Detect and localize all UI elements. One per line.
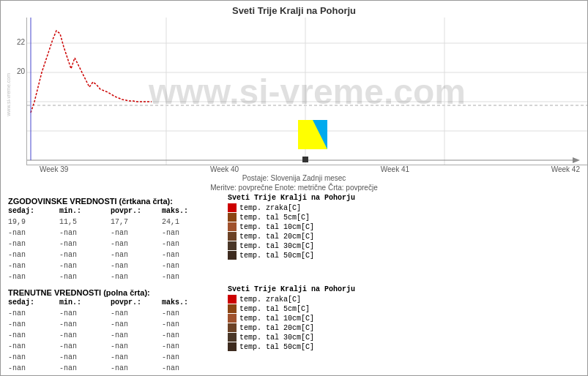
hist-r1c1: -nan (59, 228, 111, 238)
chart-area: www.si-vreme.com 22 20 www.si-vreme.com (1, 18, 587, 165)
hist-r5c2: -nan (111, 271, 162, 282)
legend-row: temp. zraka[C] (228, 203, 580, 212)
hist-r3c2: -nan (111, 249, 162, 260)
curr-r0c1: -nan (59, 308, 111, 319)
site-label: www.si-vreme.com (6, 73, 11, 116)
info-line1: Postaje: Slovenija Zadnji mesec (1, 173, 587, 183)
x-axis-labels: Week 39 Week 40 Week 41 Week 42 (1, 165, 587, 173)
current-table: sedaj: min.: povpr.: maks.: -nan -nan -n… (8, 297, 228, 374)
legend-color-box (228, 314, 237, 323)
legend-row: temp. tal 5cm[C] (228, 213, 580, 222)
svg-rect-10 (302, 157, 308, 162)
info-line2: Meritve: povprečne Enote: metrične Črta:… (1, 183, 587, 192)
legend-color-box (228, 295, 237, 304)
curr-legend-section: temp. zraka[C]temp. tal 5cm[C]temp. tal … (228, 295, 580, 351)
hist-header-0: sedaj: (8, 206, 59, 217)
curr-r5c2: -nan (111, 363, 162, 374)
curr-r5c0: -nan (8, 363, 59, 374)
legend-color-box (228, 232, 237, 241)
hist-r3c0: -nan (8, 249, 59, 260)
current-section: TRENUTNE VREDNOSTI (polna črta): sedaj: … (1, 284, 587, 375)
y-tick-20: 20 (17, 67, 25, 75)
historical-left: ZGODOVINSKE VREDNOSTI (črtkana črta): se… (8, 194, 228, 282)
curr-r1c2: -nan (111, 319, 162, 330)
legend-color-box (228, 222, 237, 231)
legend-color-box (228, 213, 237, 222)
curr-r4c0: -nan (8, 352, 59, 363)
hist-header-1: min.: (59, 206, 111, 217)
curr-r4c2: -nan (111, 352, 162, 363)
legend-label: temp. zraka[C] (239, 204, 301, 212)
curr-r1c1: -nan (59, 319, 111, 330)
hist-r1c0: -nan (8, 228, 59, 238)
legend-row: temp. tal 10cm[C] (228, 222, 580, 231)
hist-r3c3: -nan (162, 249, 213, 260)
current-title: TRENUTNE VREDNOSTI (polna črta): (8, 288, 228, 297)
legend-row: temp. tal 30cm[C] (228, 241, 580, 250)
legend-label: temp. tal 20cm[C] (239, 233, 314, 241)
legend-row: temp. zraka[C] (228, 295, 580, 304)
curr-header-3: maks.: (162, 297, 213, 308)
legend-color-box (228, 342, 237, 351)
legend-label: temp. tal 30cm[C] (239, 242, 314, 250)
legend-row: temp. tal 20cm[C] (228, 232, 580, 241)
current-legend: Sveti Trije Kralji na Pohorju temp. zrak… (228, 285, 580, 374)
current-left: TRENUTNE VREDNOSTI (polna črta): sedaj: … (8, 285, 228, 374)
curr-r2c2: -nan (111, 330, 162, 341)
hist-r3c1: -nan (59, 249, 111, 260)
legend-label: temp. tal 50cm[C] (239, 343, 314, 351)
curr-r5c3: -nan (162, 363, 213, 374)
hist-legend-section: temp. zraka[C]temp. tal 5cm[C]temp. tal … (228, 203, 580, 260)
legend-label: temp. tal 30cm[C] (239, 334, 314, 342)
hist-r5c3: -nan (162, 271, 213, 282)
curr-r1c0: -nan (8, 319, 59, 330)
x-label-week40: Week 40 (210, 165, 239, 173)
curr-legend-title: Sveti Trije Kralji na Pohorju (228, 285, 580, 293)
legend-row: temp. tal 10cm[C] (228, 314, 580, 323)
historical-legend: Sveti Trije Kralji na Pohorju temp. zrak… (228, 194, 580, 282)
chart-inner: www.si-vreme.com (26, 18, 587, 165)
curr-r5c1: -nan (59, 363, 111, 374)
main-container: Sveti Trije Kralji na Pohorju www.si-vre… (0, 0, 588, 376)
hist-r4c0: -nan (8, 260, 59, 271)
curr-r4c1: -nan (59, 352, 111, 363)
x-label-week41: Week 41 (381, 165, 409, 173)
chart-title: Sveti Trije Kralji na Pohorju (1, 1, 587, 18)
legend-row: temp. tal 20cm[C] (228, 323, 580, 332)
historical-section: ZGODOVINSKE VREDNOSTI (črtkana črta): se… (1, 192, 587, 284)
hist-r2c1: -nan (59, 238, 111, 249)
curr-header-1: min.: (59, 297, 111, 308)
legend-color-box (228, 323, 237, 332)
legend-row: temp. tal 30cm[C] (228, 333, 580, 342)
legend-label: temp. tal 5cm[C] (239, 305, 310, 313)
curr-r3c3: -nan (162, 341, 213, 352)
hist-r0c2: 17,7 (111, 217, 162, 228)
hist-r0c1: 11,5 (59, 217, 111, 228)
historical-table: sedaj: min.: povpr.: maks.: 19,9 11,5 17… (8, 206, 228, 282)
legend-row: temp. tal 5cm[C] (228, 304, 580, 313)
hist-r2c0: -nan (8, 238, 59, 249)
legend-label: temp. tal 10cm[C] (239, 315, 314, 323)
chart-svg (27, 18, 587, 165)
hist-r2c3: -nan (162, 238, 213, 249)
curr-r2c1: -nan (59, 330, 111, 341)
legend-label: temp. tal 10cm[C] (239, 223, 314, 231)
curr-r0c2: -nan (111, 308, 162, 319)
hist-r5c0: -nan (8, 271, 59, 282)
curr-header-2: povpr.: (111, 297, 162, 308)
hist-r1c2: -nan (111, 228, 162, 238)
curr-r0c3: -nan (162, 308, 213, 319)
legend-color-box (228, 333, 237, 342)
curr-r0c0: -nan (8, 308, 59, 319)
hist-r4c1: -nan (59, 260, 111, 271)
legend-label: temp. tal 50cm[C] (239, 252, 314, 260)
hist-r4c2: -nan (111, 260, 162, 271)
curr-r4c3: -nan (162, 352, 213, 363)
y-tick-22: 22 (17, 38, 25, 46)
legend-label: temp. tal 20cm[C] (239, 324, 314, 332)
hist-r5c1: -nan (59, 271, 111, 282)
historical-title: ZGODOVINSKE VREDNOSTI (črtkana črta): (8, 197, 228, 206)
hist-r1c3: -nan (162, 228, 213, 238)
hist-r0c0: 19,9 (8, 217, 59, 228)
x-label-week39: Week 39 (40, 165, 68, 173)
